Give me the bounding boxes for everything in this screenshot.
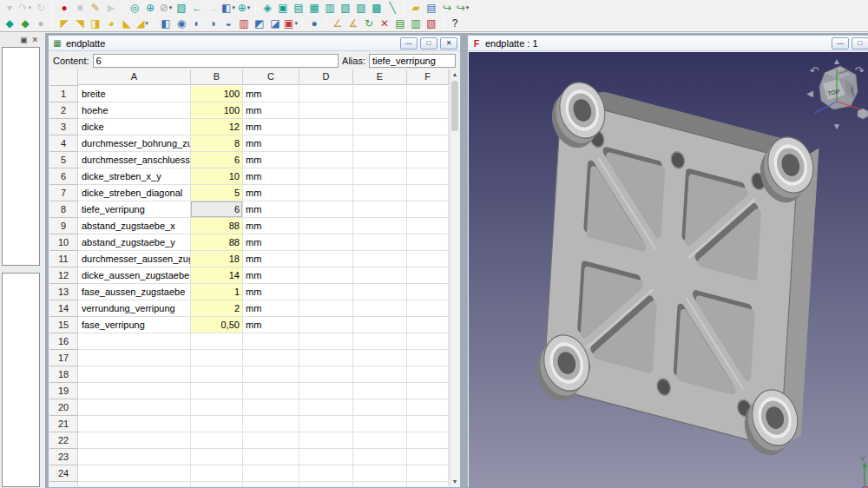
cell-C13[interactable]: mm: [243, 284, 299, 300]
cell-B18[interactable]: [191, 366, 243, 383]
cell-C21[interactable]: [243, 416, 299, 432]
cell-F5[interactable]: [407, 152, 449, 168]
cell-B10[interactable]: 88: [191, 234, 243, 251]
cell-A10[interactable]: abstand_zugstaebe_y: [78, 234, 191, 251]
cell-B5[interactable]: 6: [191, 152, 243, 168]
row-header-10[interactable]: 10: [49, 234, 78, 251]
cell-F14[interactable]: [407, 300, 449, 317]
cell-D13[interactable]: [299, 284, 353, 300]
cell-B13[interactable]: 1: [191, 284, 243, 300]
fit-selection-icon[interactable]: ◎: [127, 1, 142, 15]
dock-float-icon[interactable]: ▣: [20, 36, 28, 44]
cell-F3[interactable]: [407, 119, 449, 135]
cell-E6[interactable]: [353, 168, 407, 185]
part-refine-shape-icon[interactable]: ◆: [17, 16, 33, 30]
cell-D20[interactable]: [299, 399, 353, 416]
dropdown-caret-icon[interactable]: ▾: [145, 16, 148, 30]
row-header-16[interactable]: 16: [49, 333, 78, 350]
cell-A22[interactable]: [78, 432, 191, 449]
undo-caret-icon[interactable]: ▾: [2, 1, 17, 15]
cell-D17[interactable]: [299, 350, 353, 366]
row-header-18[interactable]: 18: [49, 366, 78, 383]
cell-F15[interactable]: [407, 317, 449, 333]
cell-A23[interactable]: [78, 449, 191, 465]
cell-D14[interactable]: [299, 300, 353, 317]
view-rear-icon[interactable]: ▧: [338, 1, 353, 15]
cell-B4[interactable]: 8: [191, 135, 243, 152]
part-simple-copy-icon[interactable]: ◆: [2, 16, 17, 30]
cell-A16[interactable]: [78, 333, 191, 350]
cell-F13[interactable]: [407, 284, 449, 300]
part-chamfer-icon[interactable]: ◣: [119, 16, 135, 30]
cell-D22[interactable]: [299, 432, 353, 449]
row-header-11[interactable]: 11: [49, 251, 78, 267]
macro-edit-icon[interactable]: ✎: [88, 1, 103, 15]
cell-B20[interactable]: [191, 399, 243, 416]
cell-A20[interactable]: [78, 399, 191, 416]
cell-E17[interactable]: [353, 350, 407, 366]
cell-B9[interactable]: 88: [191, 218, 243, 234]
cell-B24[interactable]: [191, 465, 243, 482]
cell-D2[interactable]: [299, 102, 353, 119]
measure-clear-all-icon[interactable]: ✕: [377, 16, 392, 30]
cell-E19[interactable]: [353, 383, 407, 399]
cell-A25[interactable]: [78, 482, 191, 486]
part-ruled-surface-icon[interactable]: ◢▾: [135, 16, 150, 30]
cell-C24[interactable]: [243, 465, 299, 482]
cell-E5[interactable]: [353, 152, 407, 168]
cell-E10[interactable]: [353, 234, 407, 251]
cell-F9[interactable]: [407, 218, 449, 234]
cell-C2[interactable]: mm: [243, 102, 299, 119]
minimize-button[interactable]: —: [400, 37, 418, 49]
cell-F19[interactable]: [407, 383, 449, 399]
row-header-13[interactable]: 13: [49, 284, 78, 300]
boolean-xor-icon[interactable]: ◑: [205, 16, 220, 30]
cell-D5[interactable]: [299, 152, 353, 168]
part-loft-icon[interactable]: ◩: [252, 16, 267, 30]
dropdown-caret-icon[interactable]: ▾: [29, 1, 32, 15]
box-selection-icon[interactable]: ▧: [174, 1, 189, 15]
cell-E8[interactable]: [353, 201, 407, 218]
view-front-icon[interactable]: ▤: [291, 1, 306, 15]
cell-C19[interactable]: [243, 383, 299, 399]
measure-toggle-3d-icon[interactable]: ▥: [408, 16, 424, 30]
row-header-4[interactable]: 4: [49, 135, 78, 152]
cell-B7[interactable]: 5: [191, 185, 243, 201]
cell-D3[interactable]: [299, 119, 353, 135]
cell-F23[interactable]: [407, 449, 449, 465]
cell-C3[interactable]: mm: [243, 119, 299, 135]
part-tube-icon[interactable]: ●: [306, 16, 322, 30]
cell-E25[interactable]: [353, 482, 407, 486]
cell-A5[interactable]: durchmesser_anschluesse: [78, 152, 191, 168]
row-header-19[interactable]: 19: [49, 383, 78, 399]
cell-C9[interactable]: mm: [243, 218, 299, 234]
cell-C17[interactable]: [243, 350, 299, 366]
cell-B15[interactable]: 0,50: [191, 317, 243, 333]
cell-F20[interactable]: [407, 399, 449, 416]
row-header-22[interactable]: 22: [49, 432, 78, 449]
macro-stop-icon[interactable]: ■: [72, 1, 88, 15]
cell-F25[interactable]: [407, 482, 449, 486]
view-bottom-icon[interactable]: ▨: [353, 1, 369, 15]
cell-A1[interactable]: breite: [78, 86, 191, 102]
row-header-15[interactable]: 15: [49, 317, 78, 333]
cell-A18[interactable]: [78, 366, 191, 383]
cell-B16[interactable]: [191, 333, 243, 350]
navcube-arrow-down-icon[interactable]: ▼: [832, 122, 841, 131]
boolean-union-icon[interactable]: ◉: [174, 16, 189, 30]
dropdown-caret-icon[interactable]: ▾: [247, 1, 251, 15]
part-mirror-icon[interactable]: ◨: [88, 16, 103, 30]
vertical-scrollbar[interactable]: ▲ ▼: [450, 69, 459, 486]
cell-D18[interactable]: [299, 366, 353, 383]
cell-D19[interactable]: [299, 383, 353, 399]
cell-A7[interactable]: dicke_streben_diagonal: [78, 185, 191, 201]
cell-E2[interactable]: [353, 102, 407, 119]
row-header-14[interactable]: 14: [49, 300, 78, 317]
macro-record-icon[interactable]: ●: [56, 1, 72, 15]
cell-D9[interactable]: [299, 218, 353, 234]
part-section-icon[interactable]: ◒: [220, 16, 236, 30]
open-folder-icon[interactable]: ▤: [424, 1, 439, 15]
cell-B17[interactable]: [191, 350, 243, 366]
clipping-icon[interactable]: ⊘▾: [158, 1, 174, 15]
cell-C7[interactable]: mm: [243, 185, 299, 201]
